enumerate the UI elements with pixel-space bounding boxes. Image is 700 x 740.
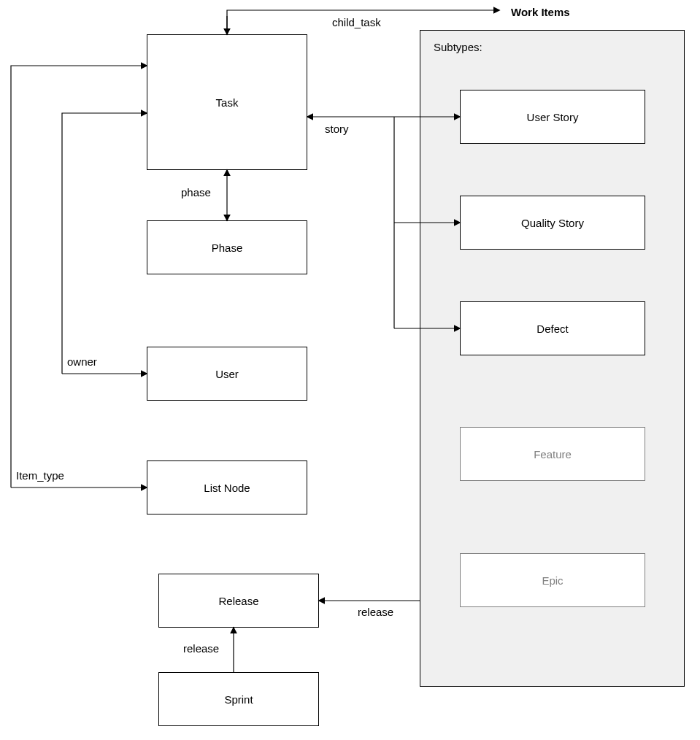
box-list-node: List Node xyxy=(147,460,307,514)
diagram-canvas: Subtypes: Work Items User Story Quality … xyxy=(0,0,700,740)
subtype-user-story-label: User Story xyxy=(527,111,579,123)
subtype-defect: Defect xyxy=(460,301,645,355)
subtype-user-story: User Story xyxy=(460,90,645,144)
edge-label-release-right: release xyxy=(358,606,393,618)
box-sprint-label: Sprint xyxy=(224,693,253,706)
edge-label-child-task: child_task xyxy=(332,16,381,28)
box-phase-label: Phase xyxy=(212,242,243,254)
subtype-feature: Feature xyxy=(460,427,645,481)
edge-label-phase: phase xyxy=(181,186,211,199)
subtypes-title: Subtypes: xyxy=(434,41,482,53)
subtype-quality-story: Quality Story xyxy=(460,196,645,250)
subtype-defect-label: Defect xyxy=(536,323,568,335)
box-sprint: Sprint xyxy=(158,672,319,726)
box-task: Task xyxy=(147,34,307,170)
box-release: Release xyxy=(158,574,319,628)
box-phase: Phase xyxy=(147,220,307,274)
subtype-epic: Epic xyxy=(460,553,645,607)
subtype-quality-story-label: Quality Story xyxy=(521,217,584,229)
box-list-node-label: List Node xyxy=(204,482,250,494)
work-items-title: Work Items xyxy=(511,6,570,18)
edge-label-release-sprint: release xyxy=(183,642,219,655)
edge-label-owner: owner xyxy=(67,355,97,368)
box-task-label: Task xyxy=(216,96,239,109)
edge-label-item-type: Item_type xyxy=(16,469,64,482)
edge-label-story: story xyxy=(325,123,349,135)
box-user: User xyxy=(147,347,307,401)
box-release-label: Release xyxy=(218,595,258,607)
subtype-epic-label: Epic xyxy=(542,574,563,587)
box-user-label: User xyxy=(215,368,239,380)
subtype-feature-label: Feature xyxy=(534,448,572,460)
